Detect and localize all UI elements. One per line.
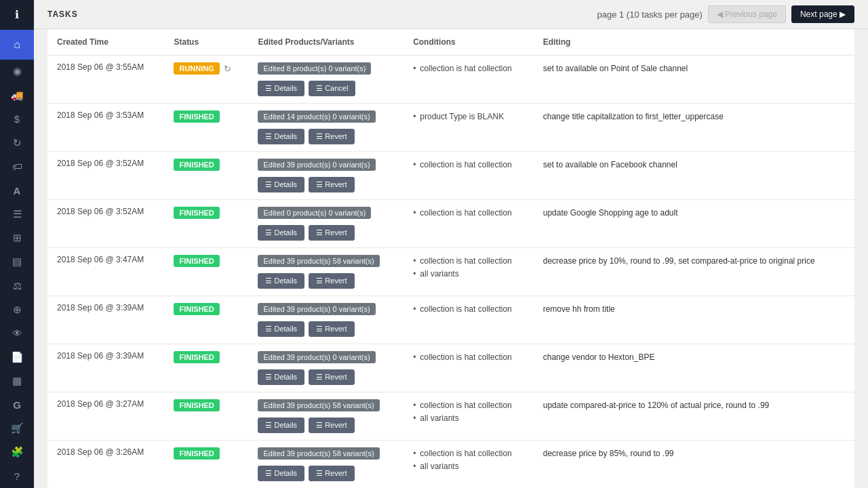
table-header-row: Created Time Status Edited Products/Vari… bbox=[47, 29, 854, 56]
next-page-button[interactable]: Next page ▶ bbox=[791, 5, 854, 23]
refresh-s-icon[interactable]: ↻ bbox=[0, 131, 34, 155]
header: TASKS page 1 (10 tasks per page) ◀ Previ… bbox=[34, 0, 868, 29]
details-button[interactable]: ☰ Details bbox=[258, 81, 304, 96]
cell-edited: Edited 39 product(s) 0 variant(s)☰ Detai… bbox=[248, 296, 403, 344]
cell-conditions: collection is hat collectionall variants bbox=[403, 441, 534, 489]
cell-status: FINISHED bbox=[164, 248, 248, 296]
cell-conditions: collection is hat collection bbox=[403, 344, 534, 392]
list-icon[interactable]: ☰ bbox=[0, 203, 34, 226]
cell-conditions: collection is hat collectionall variants bbox=[403, 392, 534, 441]
circle-icon[interactable]: ◉ bbox=[0, 60, 34, 83]
cell-status: FINISHED bbox=[164, 296, 248, 344]
grid-icon[interactable]: ⊞ bbox=[0, 226, 34, 250]
condition-item: collection is hat collection bbox=[413, 207, 524, 220]
eye-icon[interactable]: 👁 bbox=[0, 321, 34, 345]
details-button[interactable]: ☰ Details bbox=[258, 177, 304, 192]
revert-button[interactable]: ☰ Revert bbox=[309, 466, 354, 481]
cell-editing: update compared-at-price to 120% of actu… bbox=[534, 392, 854, 441]
table-row: 2018 Sep 06 @ 3:39AMFINISHEDEdited 39 pr… bbox=[47, 344, 854, 392]
details-button[interactable]: ☰ Details bbox=[258, 466, 304, 481]
cell-conditions: collection is hat collection bbox=[403, 152, 534, 200]
g-icon[interactable]: G bbox=[0, 393, 34, 417]
details-button[interactable]: ☰ Details bbox=[258, 129, 304, 144]
revert-button[interactable]: ☰ Revert bbox=[309, 321, 354, 337]
question-icon[interactable]: ? bbox=[0, 464, 34, 488]
edited-badge: Edited 0 product(s) 0 variant(s) bbox=[258, 207, 371, 219]
details-button[interactable]: ☰ Details bbox=[258, 225, 304, 241]
cell-created-time: 2018 Sep 06 @ 3:47AM bbox=[47, 248, 164, 296]
cell-editing: change vendor to Hexton_BPE bbox=[534, 344, 854, 392]
condition-item: collection is hat collection bbox=[413, 159, 524, 171]
revert-button[interactable]: ☰ Revert bbox=[309, 225, 354, 241]
revert-button[interactable]: ☰ Revert bbox=[309, 129, 354, 144]
details-button[interactable]: ☰ Details bbox=[258, 418, 304, 433]
cell-status: FINISHED bbox=[164, 152, 248, 200]
cell-editing: set to available on Facebook channel bbox=[534, 152, 854, 200]
col-status: Status bbox=[164, 29, 248, 56]
cart-icon[interactable]: 🛒 bbox=[0, 417, 34, 441]
condition-item: collection is hat collection bbox=[413, 255, 524, 268]
cell-edited: Edited 39 product(s) 0 variant(s)☰ Detai… bbox=[248, 152, 403, 200]
details-button[interactable]: ☰ Details bbox=[258, 369, 304, 385]
table-row: 2018 Sep 06 @ 3:27AMFINISHEDEdited 39 pr… bbox=[47, 392, 854, 441]
cell-edited: Edited 39 product(s) 58 variant(s)☰ Deta… bbox=[248, 248, 403, 296]
refresh-icon[interactable]: ↻ bbox=[224, 64, 231, 74]
doc-icon[interactable]: 📄 bbox=[0, 345, 34, 369]
table-row: 2018 Sep 06 @ 3:39AMFINISHEDEdited 39 pr… bbox=[47, 296, 854, 344]
details-button[interactable]: ☰ Details bbox=[258, 321, 304, 337]
info-icon[interactable]: ℹ bbox=[0, 0, 34, 30]
details-button[interactable]: ☰ Details bbox=[258, 273, 304, 289]
main-content: TASKS page 1 (10 tasks per page) ◀ Previ… bbox=[34, 0, 868, 488]
cell-created-time: 2018 Sep 06 @ 3:52AM bbox=[47, 152, 164, 200]
status-badge: FINISHED bbox=[174, 255, 219, 267]
col-created-time: Created Time bbox=[47, 29, 164, 56]
tasks-table: Created Time Status Edited Products/Vari… bbox=[47, 29, 854, 488]
cell-editing: set to available on Point of Sale channe… bbox=[534, 56, 854, 104]
cell-edited: Edited 0 product(s) 0 variant(s)☰ Detail… bbox=[248, 200, 403, 248]
col-conditions: Conditions bbox=[403, 29, 534, 56]
scale-icon[interactable]: ⚖ bbox=[0, 274, 34, 298]
cancel-button[interactable]: ☰ Cancel bbox=[309, 81, 355, 96]
revert-button[interactable]: ☰ Revert bbox=[309, 418, 354, 433]
condition-item: collection is hat collection bbox=[413, 351, 524, 364]
edited-badge: Edited 39 product(s) 58 variant(s) bbox=[258, 399, 379, 411]
table-container: Created Time Status Edited Products/Vari… bbox=[34, 29, 868, 488]
puzzle-icon[interactable]: 🧩 bbox=[0, 441, 34, 464]
cell-conditions: collection is hat collection bbox=[403, 56, 534, 104]
font-icon[interactable]: A bbox=[0, 178, 34, 202]
cell-created-time: 2018 Sep 06 @ 3:39AM bbox=[47, 296, 164, 344]
status-badge: FINISHED bbox=[174, 399, 219, 411]
cell-editing: update Google Shopping age to adult bbox=[534, 200, 854, 248]
dollar-icon[interactable]: $ bbox=[0, 107, 34, 131]
condition-item: product Type is BLANK bbox=[413, 110, 524, 123]
status-badge: FINISHED bbox=[174, 159, 219, 171]
edited-badge: Edited 39 product(s) 0 variant(s) bbox=[258, 351, 375, 363]
cell-conditions: collection is hat collectionall variants bbox=[403, 248, 534, 296]
prev-page-button[interactable]: ◀ Previous page bbox=[708, 5, 786, 23]
status-badge: RUNNING bbox=[174, 62, 219, 75]
cell-editing: remove hh from title bbox=[534, 296, 854, 344]
table-row: 2018 Sep 06 @ 3:55AMRUNNING↻Edited 8 pro… bbox=[47, 56, 854, 104]
col-edited: Edited Products/Variants bbox=[248, 29, 403, 56]
condition-item: all variants bbox=[413, 268, 524, 281]
cell-status: FINISHED bbox=[164, 104, 248, 152]
condition-item: collection is hat collection bbox=[413, 62, 524, 75]
cell-edited: Edited 8 product(s) 0 variant(s)☰ Detail… bbox=[248, 56, 403, 104]
cell-status: FINISHED bbox=[164, 200, 248, 248]
revert-button[interactable]: ☰ Revert bbox=[309, 177, 354, 192]
nav-icon[interactable]: ⊕ bbox=[0, 298, 34, 321]
rows-icon[interactable]: ▦ bbox=[0, 369, 34, 392]
revert-button[interactable]: ☰ Revert bbox=[309, 369, 354, 385]
truck-icon[interactable]: 🚚 bbox=[0, 83, 34, 107]
tag-icon[interactable]: 🏷 bbox=[0, 155, 34, 178]
table2-icon[interactable]: ▤ bbox=[0, 250, 34, 274]
revert-button[interactable]: ☰ Revert bbox=[309, 273, 354, 289]
status-badge: FINISHED bbox=[174, 207, 219, 219]
condition-item: collection is hat collection bbox=[413, 447, 524, 460]
table-row: 2018 Sep 06 @ 3:26AMFINISHEDEdited 39 pr… bbox=[47, 441, 854, 489]
cell-created-time: 2018 Sep 06 @ 3:39AM bbox=[47, 344, 164, 392]
cell-editing: change title capitalization to first_let… bbox=[534, 104, 854, 152]
edited-badge: Edited 8 product(s) 0 variant(s) bbox=[258, 62, 371, 75]
home-icon[interactable]: ⌂ bbox=[0, 30, 34, 60]
cell-edited: Edited 39 product(s) 0 variant(s)☰ Detai… bbox=[248, 344, 403, 392]
